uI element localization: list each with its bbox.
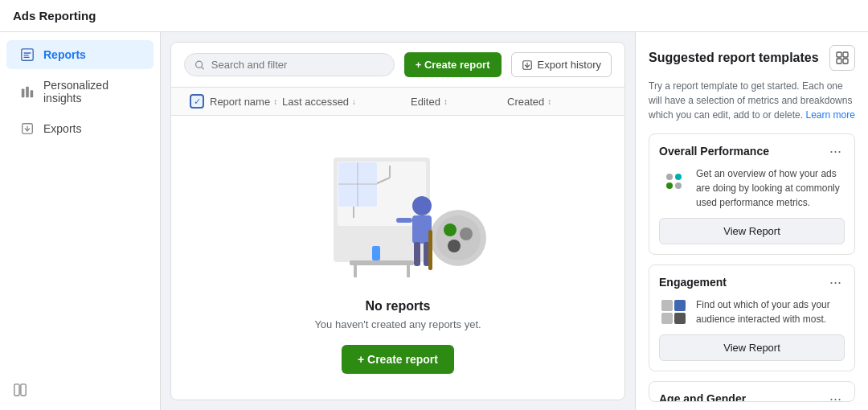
template-body-overall: Get an overview of how your ads are doin… (659, 166, 845, 210)
svg-rect-29 (354, 265, 357, 277)
empty-state: No reports You haven't created any repor… (171, 116, 624, 400)
export-icon (522, 59, 533, 71)
right-panel-header: Suggested report templates (649, 45, 855, 71)
template-card-engagement: Engagement ··· Fin (649, 264, 855, 371)
engagement-icon (659, 297, 688, 326)
search-box[interactable] (184, 53, 395, 76)
sidebar-item-personalized-insights[interactable]: Personalized insights (6, 72, 154, 111)
create-report-button[interactable]: + Create report (404, 52, 502, 77)
sidebar-item-exports[interactable]: Exports (6, 114, 154, 143)
template-card-header-engagement: Engagement ··· (659, 275, 845, 289)
svg-rect-37 (837, 59, 841, 64)
template-more-button-overall[interactable]: ··· (826, 144, 845, 158)
personalized-insights-icon (19, 84, 35, 100)
svg-rect-1 (24, 52, 31, 53)
svg-rect-6 (31, 90, 34, 97)
check-icon (190, 94, 204, 109)
svg-rect-9 (21, 384, 26, 396)
svg-rect-30 (407, 265, 410, 277)
sidebar: Reports Personalized insights Exports (0, 32, 161, 410)
content-toolbar: + Create report Export history (171, 43, 624, 88)
svg-rect-36 (843, 52, 848, 57)
svg-rect-3 (24, 57, 30, 58)
sort-icon-created: ↕ (547, 97, 551, 106)
view-report-button-overall[interactable]: View Report (659, 218, 845, 244)
svg-rect-28 (350, 260, 414, 265)
export-history-label: Export history (538, 59, 601, 71)
col-report-name[interactable]: Report name ↕ (210, 96, 282, 108)
sort-icon-edited: ↕ (444, 97, 448, 106)
app-title: Ads Reporting (13, 9, 96, 23)
overall-performance-icon (659, 166, 688, 195)
empty-illustration (309, 141, 486, 286)
svg-point-17 (412, 196, 432, 215)
content-inner: + Create report Export history Report na… (170, 42, 625, 400)
empty-subtitle: You haven't created any reports yet. (314, 318, 481, 330)
panel-layout-button[interactable] (829, 45, 855, 71)
svg-point-24 (444, 223, 457, 236)
export-history-button[interactable]: Export history (511, 52, 612, 77)
header-checkbox[interactable] (184, 94, 210, 109)
sidebar-reports-label: Reports (43, 48, 86, 61)
template-card-header-age-gender: Age and Gender ··· (659, 392, 845, 402)
template-title-engagement: Engagement (659, 276, 727, 289)
template-card-age-gender: Age and Gender ··· (649, 381, 855, 402)
template-title-overall: Overall Performance (659, 145, 769, 158)
svg-point-26 (448, 240, 461, 252)
search-input[interactable] (211, 59, 384, 71)
layout-icon (836, 51, 849, 64)
empty-title: No reports (366, 299, 431, 314)
col-edited[interactable]: Edited ↕ (411, 96, 507, 108)
reports-icon (19, 47, 35, 63)
exports-icon (19, 121, 35, 137)
svg-rect-5 (26, 87, 29, 98)
main-layout: Reports Personalized insights Exports (0, 32, 868, 410)
table-header: Report name ↕ Last accessed ↓ Edited ↕ C… (171, 88, 624, 116)
view-report-button-engagement[interactable]: View Report (659, 334, 845, 361)
template-title-age-gender: Age and Gender (659, 392, 746, 402)
right-panel: Suggested report templates Try a report … (635, 32, 868, 410)
template-card-header-overall: Overall Performance ··· (659, 144, 845, 158)
svg-rect-31 (372, 246, 380, 260)
svg-rect-38 (843, 59, 848, 64)
svg-point-23 (436, 215, 481, 260)
sort-icon-name: ↕ (273, 97, 277, 106)
col-created[interactable]: Created ↕ (507, 96, 612, 108)
svg-rect-19 (414, 242, 420, 266)
template-more-button-age-gender[interactable]: ··· (826, 392, 845, 402)
svg-rect-8 (14, 384, 19, 396)
sidebar-item-reports[interactable]: Reports (6, 40, 154, 69)
svg-rect-4 (22, 88, 25, 97)
template-body-engagement: Find out which of your ads your audience… (659, 297, 845, 326)
learn-more-link[interactable]: Learn more (805, 109, 854, 121)
create-report-center-button[interactable]: + Create report (342, 345, 454, 374)
content-area: + Create report Export history Report na… (161, 32, 635, 410)
svg-rect-2 (24, 55, 29, 55)
col-last-accessed[interactable]: Last accessed ↓ (282, 96, 411, 108)
svg-rect-35 (837, 52, 841, 57)
right-panel-title: Suggested report templates (649, 51, 819, 65)
sidebar-collapse-button[interactable] (0, 376, 160, 404)
search-icon (194, 59, 205, 71)
sidebar-exports-label: Exports (43, 122, 81, 135)
template-card-overall-performance: Overall Performance ··· (649, 133, 855, 255)
svg-point-25 (460, 228, 473, 240)
sidebar-insights-label: Personalized insights (43, 79, 141, 105)
sort-icon-accessed: ↓ (352, 97, 356, 106)
template-description-overall: Get an overview of how your ads are doin… (696, 166, 845, 210)
svg-rect-27 (428, 230, 432, 270)
template-description-engagement: Find out which of your ads your audience… (696, 297, 845, 326)
right-panel-description: Try a report template to get started. Ea… (649, 79, 855, 122)
svg-rect-21 (396, 218, 412, 223)
template-more-button-engagement[interactable]: ··· (826, 275, 845, 289)
top-bar: Ads Reporting (0, 0, 868, 32)
